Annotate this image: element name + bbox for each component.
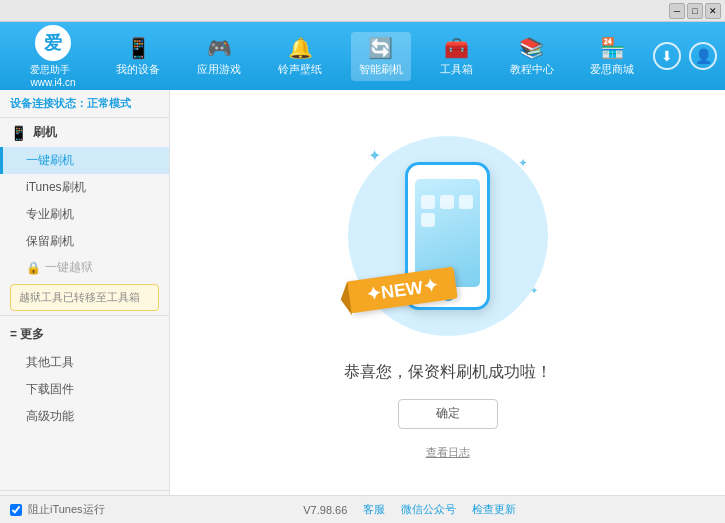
sidebar-one-click-flash[interactable]: 一键刷机 (0, 147, 169, 174)
my-device-icon: 📱 (126, 36, 151, 60)
nav-ringtones[interactable]: 🔔 铃声壁纸 (270, 32, 330, 81)
version-label: V7.98.66 (303, 504, 347, 516)
smart-flash-icon: 🔄 (368, 36, 393, 60)
nav-smart-flash[interactable]: 🔄 智能刷机 (351, 32, 411, 81)
maximize-btn[interactable]: □ (687, 3, 703, 19)
nav-items: 📱 我的设备 🎮 应用游戏 🔔 铃声壁纸 🔄 智能刷机 🧰 工具箱 📚 教程中心… (98, 32, 653, 81)
confirm-button[interactable]: 确定 (398, 399, 498, 429)
lock-icon: 🔒 (26, 261, 41, 275)
logo: 爱 爱思助手 www.i4.cn (8, 25, 98, 88)
nav-official-store[interactable]: 🏪 爱思商城 (582, 32, 642, 81)
nav-my-device[interactable]: 📱 我的设备 (108, 32, 168, 81)
user-btn[interactable]: 👤 (689, 42, 717, 70)
main-layout: 设备连接状态：正常模式 📱 刷机 一键刷机 iTunes刷机 专业刷机 保留刷机… (0, 90, 725, 495)
sidebar-jailbreak-disabled: 🔒 一键越狱 (0, 255, 169, 280)
sidebar-itunes-flash[interactable]: iTunes刷机 (0, 174, 169, 201)
block-itunes-checkbox[interactable] (10, 504, 22, 516)
illustration-container: ✦NEW✦ ✦ ✦ ✦ (338, 126, 558, 346)
sparkle-1: ✦ (368, 146, 381, 165)
sidebar-notice: 越狱工具已转移至工具箱 (10, 284, 159, 311)
sidebar-other-tools[interactable]: 其他工具 (0, 349, 169, 376)
sparkle-2: ✦ (518, 156, 528, 170)
logo-text: 爱思助手 www.i4.cn (30, 63, 75, 88)
sidebar-download-firmware[interactable]: 下载固件 (0, 376, 169, 403)
sidebar-more-header: = 更多 (0, 320, 169, 349)
minimize-btn[interactable]: ─ (669, 3, 685, 19)
sidebar-flash-header: 📱 刷机 (0, 118, 169, 147)
device-status: 设备连接状态：正常模式 (0, 90, 169, 118)
nav-toolbox[interactable]: 🧰 工具箱 (432, 32, 481, 81)
block-itunes-label: 阻止iTunes运行 (28, 502, 105, 517)
checkbox-area: 自动教送 跳过向导 (0, 490, 169, 495)
bottom-center: V7.98.66 客服 微信公众号 检查更新 (303, 502, 516, 517)
wechat-link[interactable]: 微信公众号 (401, 502, 456, 517)
success-message: 恭喜您，保资料刷机成功啦！ (344, 362, 552, 383)
check-update-link[interactable]: 检查更新 (472, 502, 516, 517)
close-btn[interactable]: ✕ (705, 3, 721, 19)
sparkle-3: ✦ (530, 285, 538, 296)
logo-icon: 爱 (35, 25, 71, 61)
toolbox-icon: 🧰 (444, 36, 469, 60)
title-bar: ─ □ ✕ (0, 0, 725, 22)
content-area: ✦NEW✦ ✦ ✦ ✦ 恭喜您，保资料刷机成功啦！ 确定 查看日志 (170, 90, 725, 495)
success-container: ✦NEW✦ ✦ ✦ ✦ 恭喜您，保资料刷机成功啦！ 确定 查看日志 (338, 126, 558, 460)
view-log-link[interactable]: 查看日志 (426, 445, 470, 460)
screen-icons (415, 187, 480, 235)
bottom-bar: 阻止iTunes运行 V7.98.66 客服 微信公众号 检查更新 (0, 495, 725, 523)
download-btn[interactable]: ⬇ (653, 42, 681, 70)
sidebar-divider (0, 315, 169, 316)
customer-service-link[interactable]: 客服 (363, 502, 385, 517)
ringtones-icon: 🔔 (288, 36, 313, 60)
flash-section-icon: 📱 (10, 125, 27, 141)
sidebar-save-flash[interactable]: 保留刷机 (0, 228, 169, 255)
nav-apps-games[interactable]: 🎮 应用游戏 (189, 32, 249, 81)
sidebar-advanced[interactable]: 高级功能 (0, 403, 169, 430)
sidebar-pro-flash[interactable]: 专业刷机 (0, 201, 169, 228)
bottom-left: 阻止iTunes运行 (10, 502, 105, 517)
nav-tutorials[interactable]: 📚 教程中心 (502, 32, 562, 81)
tutorials-icon: 📚 (519, 36, 544, 60)
top-nav: 爱 爱思助手 www.i4.cn 📱 我的设备 🎮 应用游戏 🔔 铃声壁纸 🔄 … (0, 22, 725, 90)
nav-right: ⬇ 👤 (653, 42, 717, 70)
apps-games-icon: 🎮 (207, 36, 232, 60)
official-store-icon: 🏪 (600, 36, 625, 60)
sidebar: 设备连接状态：正常模式 📱 刷机 一键刷机 iTunes刷机 专业刷机 保留刷机… (0, 90, 170, 495)
